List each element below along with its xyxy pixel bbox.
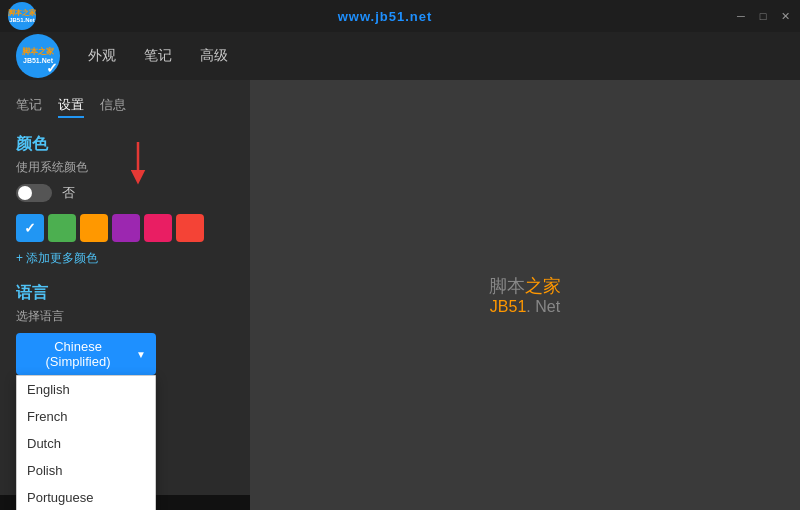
lang-option-polish[interactable]: Polish [17, 457, 155, 484]
color-swatch-green[interactable] [48, 214, 76, 242]
lang-option-portuguese[interactable]: Portuguese [17, 484, 155, 510]
maximize-button[interactable]: □ [756, 9, 770, 23]
watermark-accent: 之家 [525, 276, 561, 296]
language-current-value: Chinese (Simplified) [26, 339, 130, 369]
color-section-subtitle: 使用系统颜色 [16, 159, 234, 176]
logo-box: 脚本之家 JB51.Net [8, 2, 36, 30]
title-bar: 脚本之家 JB51.Net www.jb51.net ─ □ ✕ [0, 0, 800, 32]
language-section-subtitle: 选择语言 [16, 308, 234, 325]
title-bar-url: www.jb51.net [338, 9, 433, 24]
watermark-line2: JB51. Net [489, 298, 561, 316]
top-nav: 脚本之家 JB51.Net ✓ 外观 笔记 高级 [0, 32, 800, 80]
tab-notes[interactable]: 笔记 [16, 96, 42, 118]
logo-text: 脚本之家 JB51.Net [8, 9, 36, 23]
nav-item-advanced[interactable]: 高级 [188, 41, 240, 71]
language-dropdown-list: English French Dutch Polish Portuguese R… [16, 375, 156, 510]
color-section-title: 颜色 [16, 134, 234, 155]
title-bar-controls: ─ □ ✕ [734, 9, 792, 23]
color-swatch-purple[interactable] [112, 214, 140, 242]
minimize-button[interactable]: ─ [734, 9, 748, 23]
logo-checkmark: ✓ [46, 60, 58, 76]
nav-item-appearance[interactable]: 外观 [76, 41, 128, 71]
language-section-title: 语言 [16, 283, 234, 304]
toggle-row: 否 [16, 184, 234, 202]
language-dropdown-container: Chinese (Simplified) ▼ English French Du… [16, 333, 234, 375]
color-swatches [16, 214, 234, 242]
lang-option-english[interactable]: English [17, 376, 155, 403]
lang-option-dutch[interactable]: Dutch [17, 430, 155, 457]
color-swatch-pink[interactable] [144, 214, 172, 242]
tab-settings[interactable]: 设置 [58, 96, 84, 118]
nav-item-notes[interactable]: 笔记 [132, 41, 184, 71]
title-bar-logo: 脚本之家 JB51.Net [8, 2, 36, 30]
lang-option-french[interactable]: French [17, 403, 155, 430]
color-swatch-red[interactable] [176, 214, 204, 242]
toggle-no-label: 否 [62, 184, 75, 202]
system-color-toggle[interactable] [16, 184, 52, 202]
tab-info[interactable]: 信息 [100, 96, 126, 118]
right-panel: 脚本之家 JB51. Net [250, 80, 800, 510]
color-swatch-orange[interactable] [80, 214, 108, 242]
add-color-link[interactable]: + 添加更多颜色 [16, 250, 234, 267]
main-layout: 笔记 设置 信息 颜色 使用系统颜色 否 [0, 80, 800, 510]
top-logo: 脚本之家 JB51.Net ✓ [16, 34, 60, 78]
close-button[interactable]: ✕ [778, 9, 792, 23]
language-dropdown-button[interactable]: Chinese (Simplified) ▼ [16, 333, 156, 375]
left-panel: 笔记 设置 信息 颜色 使用系统颜色 否 [0, 80, 250, 510]
watermark-line1: 脚本之家 [489, 274, 561, 298]
chevron-down-icon: ▼ [136, 349, 146, 360]
watermark: 脚本之家 JB51. Net [489, 274, 561, 316]
color-swatch-blue[interactable] [16, 214, 44, 242]
subtabs: 笔记 设置 信息 [16, 96, 234, 118]
